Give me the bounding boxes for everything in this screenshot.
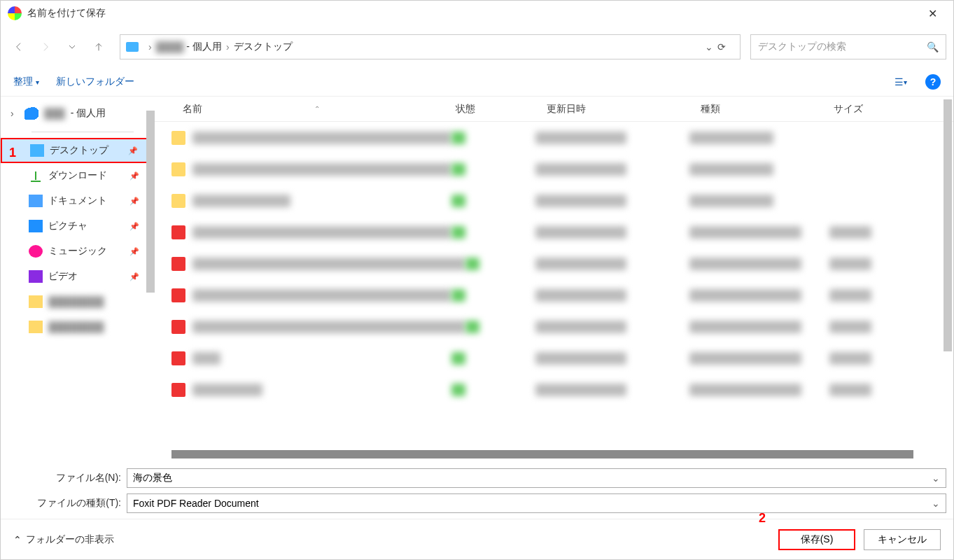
breadcrumb-user[interactable]: ████ xyxy=(156,41,184,52)
address-dropdown[interactable]: ⌄ xyxy=(705,41,713,52)
file-row[interactable] xyxy=(155,279,953,311)
desktop-icon xyxy=(30,144,44,157)
pdf-icon xyxy=(171,320,185,334)
chevron-down-icon: ▾ xyxy=(36,78,39,86)
col-date[interactable]: 更新日時 xyxy=(547,103,701,115)
refresh-button[interactable]: ⟳ xyxy=(717,41,734,52)
annotation-2: 2 xyxy=(759,511,766,526)
hide-folders-toggle[interactable]: ⌃ フォルダーの非表示 xyxy=(13,533,114,546)
filetype-select[interactable]: Foxit PDF Reader Document ⌄ xyxy=(127,493,946,513)
pdf-icon xyxy=(171,288,185,302)
sidebar-item-videos[interactable]: ビデオ 📌 xyxy=(1,264,155,289)
toolbar: 整理 ▾ 新しいフォルダー ☰ ▾ ? xyxy=(1,68,953,96)
new-folder-button[interactable]: 新しいフォルダー xyxy=(56,76,134,88)
sidebar-item-documents[interactable]: ドキュメント 📌 xyxy=(1,188,155,214)
sidebar-item-label: ビデオ xyxy=(48,270,78,283)
pdf-icon xyxy=(171,351,185,365)
sidebar-scrollbar[interactable] xyxy=(146,111,155,293)
file-row[interactable] xyxy=(155,153,953,185)
titlebar: 名前を付けて保存 ✕ xyxy=(1,1,953,26)
up-button[interactable] xyxy=(87,36,110,58)
chevron-down-icon[interactable]: ⌄ xyxy=(932,498,940,509)
address-bar[interactable]: › ████ - 個人用 › デスクトップ ⌄ ⟳ xyxy=(120,34,741,59)
sidebar-item-folder[interactable]: ████████ xyxy=(1,314,155,340)
sidebar-item-downloads[interactable]: ダウンロード 📌 xyxy=(1,163,155,188)
tree-top-suffix: - 個人用 xyxy=(71,107,106,120)
video-icon xyxy=(29,270,43,283)
tree-onedrive[interactable]: › ███ - 個人用 xyxy=(1,101,155,126)
save-button[interactable]: 保存(S) xyxy=(778,529,855,550)
filetype-value: Foxit PDF Reader Document xyxy=(133,498,932,509)
chevron-right-icon: › xyxy=(10,108,19,119)
sidebar-item-folder[interactable]: ████████ xyxy=(1,289,155,314)
search-input[interactable]: デスクトップの検索 🔍 xyxy=(750,34,946,59)
pin-icon[interactable]: 📌 xyxy=(129,247,139,256)
chevron-right-icon: › xyxy=(148,41,152,52)
document-icon xyxy=(29,195,43,207)
save-form: ファイル名(N): 海の景色 ⌄ ファイルの種類(T): Foxit PDF R… xyxy=(1,460,953,519)
sidebar-item-music[interactable]: ミュージック 📌 xyxy=(1,239,155,264)
sidebar: 1 › ███ - 個人用 デスクトップ 📌 ダウンロード 📌 ドキュメント 📌… xyxy=(1,97,155,460)
sidebar-item-label: ミュージック xyxy=(48,245,107,258)
folder-icon xyxy=(29,295,43,308)
divider xyxy=(31,132,134,132)
cloud-icon xyxy=(24,107,38,120)
file-row[interactable] xyxy=(155,122,953,153)
filename-label: ファイル名(N): xyxy=(8,472,127,484)
app-icon xyxy=(8,6,22,20)
nav-row: › ████ - 個人用 › デスクトップ ⌄ ⟳ デスクトップの検索 🔍 xyxy=(1,26,953,68)
view-options-button[interactable]: ☰ ▾ xyxy=(893,74,909,90)
file-rows xyxy=(155,122,953,449)
help-button[interactable]: ? xyxy=(925,74,941,90)
folder-icon xyxy=(171,162,185,176)
pc-icon xyxy=(126,42,139,52)
file-row[interactable] xyxy=(155,216,953,248)
pdf-icon xyxy=(171,383,185,397)
breadcrumb-leaf[interactable]: デスクトップ xyxy=(234,41,293,53)
file-row[interactable] xyxy=(155,311,953,342)
pin-icon[interactable]: 📌 xyxy=(129,222,139,231)
file-row[interactable] xyxy=(155,374,953,405)
back-button[interactable] xyxy=(8,36,30,58)
sidebar-item-label: デスクトップ xyxy=(50,144,108,157)
file-row[interactable] xyxy=(155,185,953,216)
filetype-label: ファイルの種類(T): xyxy=(8,497,127,510)
chevron-up-icon: ⌃ xyxy=(13,534,22,545)
folder-icon xyxy=(171,131,185,145)
annotation-1: 1 xyxy=(9,146,16,160)
tree-user-blur: ███ xyxy=(44,108,65,119)
pin-icon[interactable]: 📌 xyxy=(128,146,138,155)
search-placeholder: デスクトップの検索 xyxy=(758,41,927,53)
folder-name-blur: ████████ xyxy=(48,321,104,332)
sidebar-item-label: ドキュメント xyxy=(48,195,107,207)
file-row[interactable] xyxy=(155,248,953,279)
sidebar-item-pictures[interactable]: ピクチャ 📌 xyxy=(1,214,155,239)
folder-icon xyxy=(29,321,43,333)
organize-menu[interactable]: 整理 ▾ xyxy=(13,76,39,88)
chevron-right-icon: › xyxy=(226,41,230,52)
col-size[interactable]: サイズ xyxy=(834,103,911,115)
col-type[interactable]: 種類 xyxy=(701,103,834,115)
file-row[interactable] xyxy=(155,342,953,374)
horizontal-scrollbar[interactable] xyxy=(155,449,953,460)
folder-name-blur: ████████ xyxy=(48,296,104,307)
pin-icon[interactable]: 📌 xyxy=(129,197,139,206)
column-headers: 名前⌃ 状態 更新日時 種類 サイズ xyxy=(155,97,953,122)
recent-dropdown[interactable] xyxy=(61,36,83,58)
close-button[interactable]: ✕ xyxy=(918,7,946,20)
sidebar-item-desktop[interactable]: デスクトップ 📌 xyxy=(1,138,155,163)
col-state[interactable]: 状態 xyxy=(456,103,547,115)
forward-button[interactable] xyxy=(34,36,57,58)
filename-value: 海の景色 xyxy=(133,472,932,484)
download-icon xyxy=(29,169,43,182)
pin-icon[interactable]: 📌 xyxy=(129,172,139,181)
music-icon xyxy=(29,245,43,258)
breadcrumb-user-suffix[interactable]: - 個人用 xyxy=(186,41,222,53)
filename-input[interactable]: 海の景色 ⌄ xyxy=(127,468,946,488)
chevron-down-icon[interactable]: ⌄ xyxy=(932,472,940,484)
list-scrollbar[interactable] xyxy=(944,99,952,351)
main-area: 1 › ███ - 個人用 デスクトップ 📌 ダウンロード 📌 ドキュメント 📌… xyxy=(1,96,953,460)
pin-icon[interactable]: 📌 xyxy=(129,272,139,281)
col-name[interactable]: 名前⌃ xyxy=(183,103,456,115)
cancel-button[interactable]: キャンセル xyxy=(864,529,941,550)
